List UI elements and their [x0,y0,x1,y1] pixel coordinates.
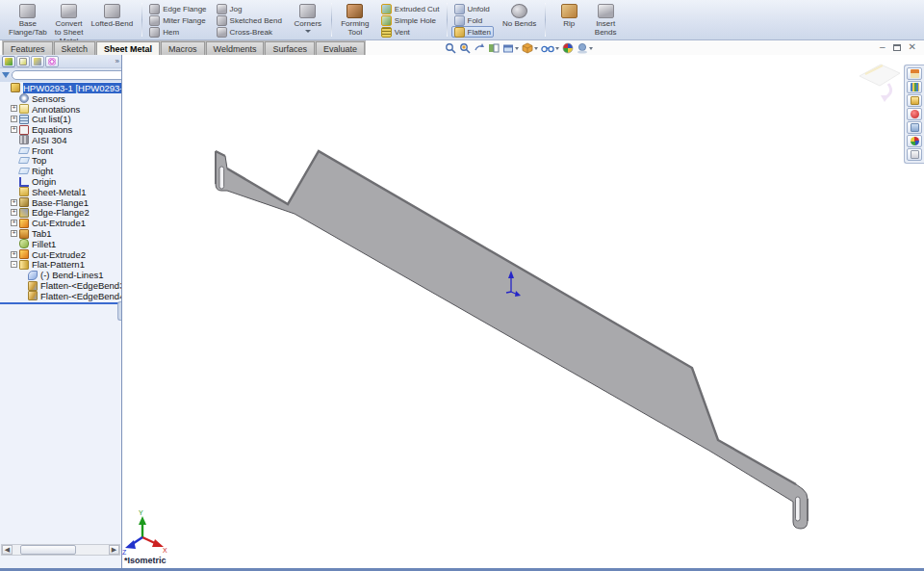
convert-to-sheet-metal-button[interactable]: Convert to Sheet Metal [51,1,88,39]
hide-show-items-icon[interactable] [541,42,559,54]
edit-appearance-icon[interactable] [562,42,574,54]
tree-expander-spacer [11,168,17,174]
configuration-manager-tab[interactable] [31,56,44,67]
forming-tool-button[interactable]: Forming Tool [337,1,373,39]
corners-button[interactable]: Corners [290,1,326,39]
tree-item[interactable]: +Edge-Flange2 [0,208,121,219]
simple-hole-button[interactable]: Simple Hole [378,14,443,26]
previous-view-icon[interactable] [474,42,485,54]
tab-weldments[interactable]: Weldments [206,41,265,55]
tree-item[interactable]: Sheet-Metal1 [0,187,121,197]
panel-horizontal-scrollbar[interactable]: ◀ ▶ [1,544,120,556]
unfold-button[interactable]: Unfold [451,3,494,14]
panel-overflow-chevron[interactable]: » [116,57,119,65]
appearances-scenes-button[interactable] [907,135,922,147]
rip-button[interactable]: Rip [551,1,587,39]
scrollbar-thumb[interactable] [20,545,76,555]
dimxpert-manager-icon [48,58,56,65]
tree-filter-input[interactable] [12,70,121,80]
tab-sketch[interactable]: Sketch [54,41,96,55]
tab-evaluate[interactable]: Evaluate [316,41,365,55]
tree-expander[interactable]: + [11,116,17,122]
tab-features[interactable]: Features [3,41,53,55]
vent-icon [381,27,392,38]
sketched-bend-button[interactable]: Sketched Bend [214,14,285,26]
insert-bends-button[interactable]: Insert Bends [587,1,624,39]
zoom-to-area-icon[interactable] [459,42,471,54]
tree-item[interactable]: +Annotations [0,104,121,115]
base-flange-button[interactable]: Base Flange/Tab [5,1,51,39]
feature-tree: HPW0293-1 [HPW0293-1<<DefaultSensors+Ann… [0,82,121,301]
tab-macros[interactable]: Macros [161,41,205,55]
flatten-button[interactable]: Flatten [451,26,494,38]
tree-item-label: Tab1 [32,228,52,239]
dimxpert-manager-tab[interactable] [45,56,59,67]
edge-flange-button[interactable]: Edge Flange [146,3,209,14]
tree-item[interactable]: -Flat-Pattern1 [0,260,121,271]
tree-item[interactable]: HPW0293-1 [HPW0293-1<<Default [0,83,121,93]
tree-item[interactable]: +Cut-Extrude2 [0,249,121,260]
lofted-bend-button[interactable]: Lofted-Bend [88,1,138,39]
scroll-right-arrow[interactable]: ▶ [109,545,119,555]
design-library-button[interactable] [907,81,922,93]
tab-surfaces[interactable]: Surfaces [265,41,315,55]
tab-sheet-metal[interactable]: Sheet Metal [96,41,160,55]
solidworks-forum-button[interactable] [907,108,922,120]
tree-item[interactable]: +Base-Flange1 [0,197,121,208]
vent-button[interactable]: Vent [378,26,443,38]
tree-item[interactable]: +Equations [0,124,121,135]
jog-button[interactable]: Jog [214,3,285,14]
tree-expander[interactable]: + [11,126,17,133]
property-manager-tab[interactable] [16,56,30,67]
tree-item[interactable]: Right [0,166,121,176]
tree-item[interactable]: Fillet1 [0,239,121,249]
tree-item[interactable]: Flatten-<EdgeBend4>1 [0,291,121,301]
fold-button[interactable]: Fold [451,14,494,26]
solidworks-resources-button[interactable] [907,67,922,80]
tree-expander[interactable]: - [11,261,17,268]
view-palette-button[interactable] [907,121,922,134]
tree-expander-spacer [11,189,17,195]
file-explorer-button[interactable] [907,94,922,107]
cutextrude-icon [19,219,29,228]
zoom-to-fit-icon[interactable] [445,42,456,54]
tree-expander[interactable]: + [11,105,17,112]
custom-properties-button[interactable] [907,148,922,161]
scroll-left-arrow[interactable]: ◀ [2,545,13,555]
tree-expander[interactable]: + [11,220,17,226]
part-icon [11,83,20,92]
tree-item[interactable]: +Tab1 [0,228,121,239]
cross-break-button[interactable]: Cross-Break [214,26,285,38]
minimize-button[interactable]: – [880,42,886,52]
feature-manager-tree-tab[interactable] [2,56,15,67]
no-bends-button[interactable]: No Bends [499,1,540,39]
tree-item[interactable]: Sensors [0,93,121,104]
svg-text:X: X [163,547,167,554]
section-view-icon[interactable] [488,42,500,54]
display-style-icon[interactable] [522,42,538,54]
close-button[interactable]: ✕ [909,42,916,52]
tree-expander[interactable]: + [11,230,17,237]
origin-icon [19,177,29,187]
extruded-cut-button[interactable]: Extruded Cut [378,3,443,14]
tree-item[interactable]: (-) Bend-Lines1 [0,270,121,280]
tree-item[interactable]: AISI 304 [0,135,121,145]
tree-expander[interactable]: + [11,209,17,216]
apply-scene-icon[interactable] [577,42,593,54]
tree-item[interactable]: +Cut-Extrude1 [0,218,121,228]
restore-button[interactable] [893,44,901,51]
tree-item[interactable]: +Cut list(1) [0,114,121,124]
graphics-viewport[interactable]: Y X Z *Isometric [122,55,924,571]
tree-item[interactable]: Top [0,156,121,167]
corners-dropdown-caret[interactable] [305,30,311,33]
tree-item[interactable]: Origin [0,176,121,187]
tree-item[interactable]: Flatten-<EdgeBend3>1 [0,280,121,291]
tree-expander[interactable]: + [11,199,17,206]
svg-text:Y: Y [139,509,143,516]
rollback-bar[interactable] [0,302,121,304]
hem-button[interactable]: Hem [146,26,209,38]
tree-expander[interactable]: + [11,251,17,258]
miter-flange-button[interactable]: Miter Flange [146,14,209,26]
view-orientation-icon[interactable] [502,42,519,54]
tree-item[interactable]: Front [0,145,121,156]
